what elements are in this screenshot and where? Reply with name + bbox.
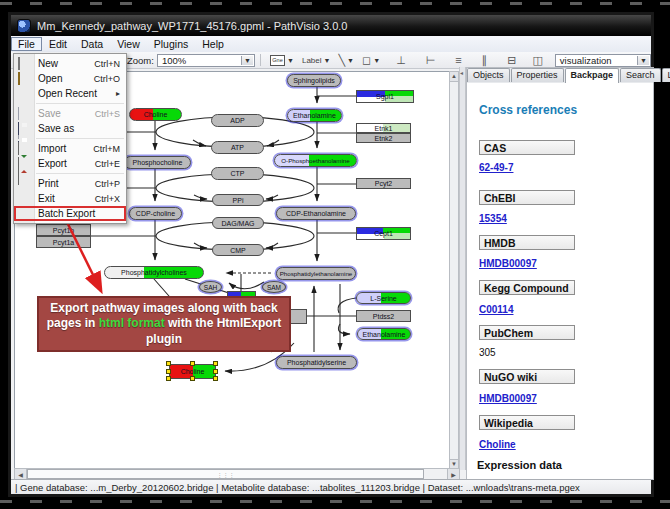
pathway-gene-etnk1[interactable]: Etnk1 [356,123,411,133]
common-height-button[interactable]: ◫ [530,53,544,67]
distribute-vertical-button[interactable]: ∥ [480,53,490,67]
align-center-button[interactable]: ⊥ [394,53,408,67]
menu-view[interactable]: View [110,37,147,51]
selection-handle[interactable] [166,376,171,381]
sidebar-splitter[interactable]: ◂ [459,67,466,470]
pathway-gene-pcyt2[interactable]: Pcyt2 [356,178,411,189]
menu-item-batch-export[interactable]: Batch Export [14,206,126,221]
tab-properties[interactable]: Properties [511,68,564,82]
pathway-node-adp[interactable]: ADP [211,114,264,127]
canvas-vertical-scrollbar[interactable]: ▲ ▼ [449,71,459,470]
menu-item-save: SaveCtrl+S [14,106,126,121]
pathway-node-ethanolamine-bottom[interactable]: Ethanolamine [357,328,411,340]
menu-item-save-as[interactable]: Save as [14,121,126,136]
gene-node-tool[interactable]: Gne ▼ [268,53,296,67]
chevron-down-icon[interactable]: ▼ [324,57,331,64]
tab-backpage[interactable]: Backpage [565,68,620,83]
menu-data[interactable]: Data [74,37,110,51]
shape-tool[interactable]: ◻ ▼ [360,53,382,67]
pathway-node-atp[interactable]: ATP [211,141,264,154]
selection-handle[interactable] [190,376,195,381]
pathway-node-ppi[interactable]: PPi [212,194,264,206]
pathway-gene-ptdss2[interactable]: Ptdss2 [356,310,411,322]
pathway-node-sam[interactable]: SAM [262,281,286,293]
submenu-arrow-icon: ▸ [116,89,120,98]
pathway-gene-pcyt1a[interactable]: Pcyt1a [36,236,91,248]
pathway-gene-pcyt1b[interactable]: Pcyt1b [36,224,91,236]
menu-item-open-recent[interactable]: Open Recent▸ [14,86,126,101]
xref-link[interactable]: 15354 [479,213,507,224]
zoom-combobox[interactable]: 100% ▼ [157,54,255,67]
xref-link[interactable]: HMDB00097 [479,393,537,404]
line-tool[interactable]: ╲ ▼ [336,53,356,67]
xref-title: CAS [479,140,575,155]
menu-item-print[interactable]: PrintCtrl+P [14,176,126,191]
scroll-left-icon[interactable]: ◀ [15,469,27,479]
tab-search[interactable]: Search [620,68,661,82]
menu-item-new[interactable]: NewCtrl+N [14,56,126,71]
pathway-node-sah[interactable]: SAH [199,281,222,293]
menu-edit[interactable]: Edit [42,37,74,51]
scroll-right-icon[interactable]: ▶ [447,469,459,479]
common-width-button[interactable]: ⊟ [505,53,518,67]
selection-handle[interactable] [213,361,218,366]
selection-handle[interactable] [166,361,171,366]
pathway-node-cmp[interactable]: CMP [212,244,264,256]
pathway-node-cdp-choline[interactable]: CDP-choline [129,207,182,220]
pathway-node-phosphatidylcholines[interactable]: Phosphatidylcholines [104,266,204,279]
pathway-node-phosphatidylserine[interactable]: Phosphatidylserine [276,356,357,369]
pathway-node-ctp[interactable]: CTP [211,167,264,180]
pathway-gene-etnk2[interactable]: Etnk2 [356,133,411,143]
chevron-down-icon[interactable]: ▼ [637,56,649,65]
menu-item-exit[interactable]: ExitCtrl+X [14,191,126,206]
application-window: Mm_Kennedy_pathway_WP1771_45176.gpml - P… [8,12,654,497]
tab-objects[interactable]: Objects [467,68,510,82]
pathway-node-sphingolipids[interactable]: Sphingolipids [287,74,341,87]
menu-help[interactable]: Help [195,37,231,51]
pathway-node-phosphocholine[interactable]: Phosphocholine [124,156,191,169]
pathway-node-cdp-ethanolamine[interactable]: CDP-Ethanolamine [276,207,356,220]
title-bar[interactable]: Mm_Kennedy_pathway_WP1771_45176.gpml - P… [11,15,651,36]
pathway-node-choline[interactable]: Choline [129,108,182,121]
pathway-node-ethanolamine[interactable]: Ethanolamine [287,109,342,122]
pathway-gene-sgpl1[interactable]: Sgpl1 [356,90,414,103]
pathway-node-l-serine[interactable]: L-Serine [356,292,411,304]
distribute-horizontal-button[interactable]: ≡ [453,53,463,67]
scrollbar-thumb[interactable]: ⋮⋮⋮ [27,469,424,479]
xref-link[interactable]: Choline [479,439,516,450]
menu-plugins[interactable]: Plugins [147,37,195,51]
zoom-value: 100% [162,55,186,66]
align-middle-button[interactable]: ⊢ [424,53,438,67]
splitter-collapse-icon[interactable]: ◂ [460,69,463,76]
visualization-combobox[interactable]: visualization ▼ [555,54,651,67]
xref-value: 305 [479,347,496,358]
label-tool[interactable]: Label ▼ [300,53,333,67]
chevron-down-icon[interactable]: ▼ [241,56,253,65]
menu-item-open[interactable]: OpenCtrl+O [14,71,126,86]
scroll-up-icon[interactable]: ▲ [450,72,458,82]
chevron-down-icon[interactable]: ▼ [287,57,294,64]
selection-handle[interactable] [213,369,218,374]
menu-file[interactable]: File [11,37,42,51]
chevron-down-icon[interactable]: ▼ [373,57,380,64]
tab-legend[interactable]: Legend [662,68,670,82]
selection-handle[interactable] [213,376,218,381]
open-folder-icon [18,73,30,84]
xref-link[interactable]: 62-49-7 [479,162,513,173]
selection-handle[interactable] [190,361,195,366]
menu-separator [36,138,124,139]
menu-item-export[interactable]: ExportCtrl+E [14,156,126,171]
selection-handle[interactable] [166,369,171,374]
chevron-down-icon[interactable]: ▼ [347,57,354,64]
menu-item-import[interactable]: ImportCtrl+M [14,141,126,156]
status-text: | Gene database: ...m_Derby_20120602.bri… [15,482,580,493]
common-height-icon: ◫ [532,55,542,66]
status-bar: | Gene database: ...m_Derby_20120602.bri… [11,479,651,494]
save-icon [18,108,30,119]
pathway-gene-cept1[interactable]: Cept1 [356,227,411,240]
pathway-node-o-phosphoethanolamine[interactable]: O-Phosphoethanolamine [274,154,357,167]
xref-link[interactable]: HMDB00097 [479,258,537,269]
pathway-node-phosphatidylethanolamine[interactable]: Phosphatidylethanolamine [276,267,356,280]
xref-link[interactable]: C00114 [479,304,513,315]
pathway-node-dag[interactable]: DAG/MAG [212,217,264,229]
